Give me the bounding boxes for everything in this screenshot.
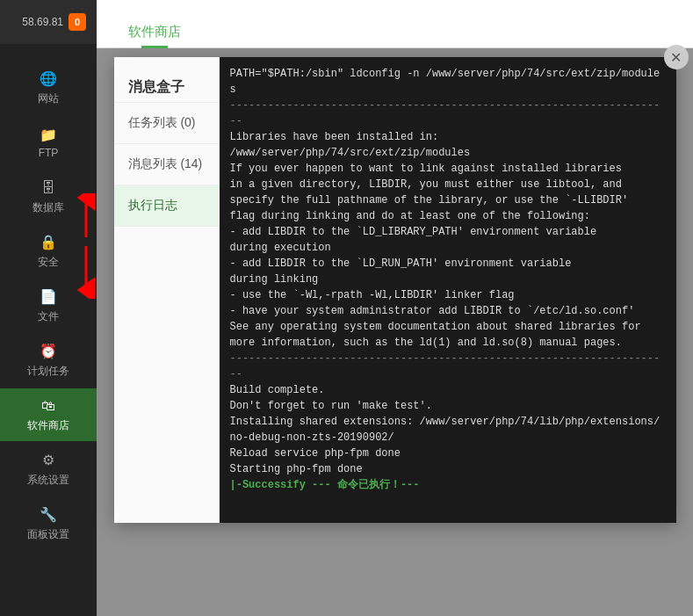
store-icon: 🛍 — [38, 397, 59, 415]
sidebar-item-ftp[interactable]: 📁 FTP — [0, 116, 97, 169]
sidebar-item-label-cron: 计划任务 — [27, 364, 69, 379]
sidebar-item-label-store: 软件商店 — [27, 418, 69, 433]
sidebar-item-label-files: 文件 — [38, 309, 59, 324]
sidebar-item-label-security: 安全 — [38, 255, 59, 270]
sidebar: 58.69.81 0 🌐 网站 📁 FTP 🗄 数据库 🔒 安全 📄 文件 ⏰ … — [0, 0, 97, 616]
main-area: 软件商店 ✕ 消息盒子 任务列表 (0) 消息列表 (14) 执行日志 PATH… — [97, 0, 693, 616]
modal-sidebar: 消息盒子 任务列表 (0) 消息列表 (14) 执行日志 — [114, 57, 220, 523]
top-bar: 软件商店 — [97, 0, 693, 48]
sidebar-menu: 🌐 网站 📁 FTP 🗄 数据库 🔒 安全 📄 文件 ⏰ 计划任务 🛍 软件商店 — [0, 44, 97, 616]
website-icon: 🌐 — [38, 70, 59, 88]
modal-nav-log[interactable]: 执行日志 — [114, 185, 219, 227]
sidebar-item-cron[interactable]: ⏰ 计划任务 — [0, 334, 97, 387]
modal-title: 消息盒子 — [114, 66, 219, 103]
sidebar-item-label-system: 系统设置 — [27, 473, 69, 488]
security-icon: 🔒 — [38, 234, 59, 251]
modal-nav-tasks[interactable]: 任务列表 (0) — [114, 103, 219, 144]
ftp-icon: 📁 — [38, 126, 59, 143]
sidebar-item-panel[interactable]: 🔧 面板设置 — [0, 497, 97, 550]
tab-software-store[interactable]: 软件商店 — [114, 17, 195, 47]
system-icon: ⚙ — [38, 452, 59, 469]
terminal-output: PATH="$PATH:/sbin" ldconfig -n /www/serv… — [220, 57, 676, 523]
modal-body: 消息盒子 任务列表 (0) 消息列表 (14) 执行日志 PATH="$PATH… — [114, 57, 676, 523]
sidebar-item-label-db: 数据库 — [32, 200, 64, 215]
sidebar-item-store[interactable]: 🛍 软件商店 — [0, 388, 97, 441]
ip-address: 58.69.81 — [22, 16, 63, 28]
sidebar-item-label-panel: 面板设置 — [27, 527, 69, 542]
sidebar-item-database[interactable]: 🗄 数据库 — [0, 170, 97, 223]
modal-close-button[interactable]: ✕ — [664, 45, 689, 69]
modal-overlay: ✕ 消息盒子 任务列表 (0) 消息列表 (14) 执行日志 PATH="$PA… — [97, 48, 693, 616]
sidebar-item-system[interactable]: ⚙ 系统设置 — [0, 443, 97, 496]
sidebar-item-security[interactable]: 🔒 安全 — [0, 225, 97, 278]
sidebar-item-label-website: 网站 — [38, 91, 59, 106]
modal-message-box: ✕ 消息盒子 任务列表 (0) 消息列表 (14) 执行日志 PATH="$PA… — [114, 57, 676, 523]
sidebar-item-files[interactable]: 📄 文件 — [0, 279, 97, 332]
sidebar-item-website[interactable]: 🌐 网站 — [0, 62, 97, 114]
modal-nav-messages[interactable]: 消息列表 (14) — [114, 144, 219, 185]
sidebar-item-label-ftp: FTP — [39, 147, 59, 159]
sidebar-top: 58.69.81 0 — [0, 0, 97, 44]
database-icon: 🗄 — [38, 179, 59, 197]
notification-badge[interactable]: 0 — [69, 13, 86, 31]
panel-icon: 🔧 — [38, 506, 59, 524]
cron-icon: ⏰ — [38, 343, 59, 360]
files-icon: 📄 — [38, 288, 59, 306]
